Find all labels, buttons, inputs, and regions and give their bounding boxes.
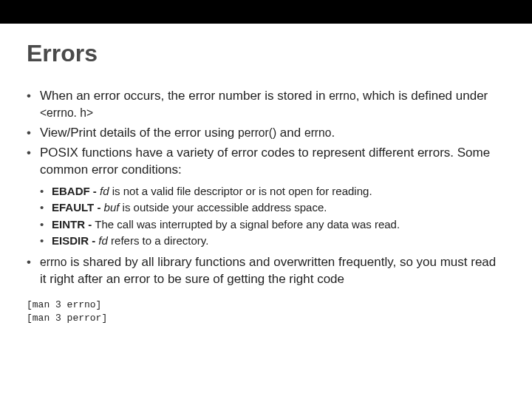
text-fragment: When an error occurs, the error number i…: [40, 89, 329, 103]
text-fragment: is outside your accessible address space…: [119, 201, 327, 214]
bullet-1: When an error occurs, the error number i…: [27, 88, 505, 122]
inline-code-errno: errno: [40, 256, 66, 268]
bullet-1-text: When an error occurs, the error number i…: [40, 89, 488, 120]
sub-bullet-list: EBADF - fd is not a valid file descripto…: [40, 183, 505, 250]
inline-code-errno: errno: [304, 126, 331, 139]
text-fragment: The call was interrupted by a signal bef…: [95, 218, 400, 231]
italic-term: fd: [98, 234, 108, 247]
slide-title: Errors: [27, 40, 505, 67]
bullet-2: View/Print details of the error using pe…: [27, 125, 505, 142]
bullet-list: When an error occurs, the error number i…: [27, 88, 505, 288]
error-code: EISDIR: [52, 234, 89, 247]
slide-body: Errors When an error occurs, the error n…: [0, 24, 532, 325]
sub-bullet-text: EISDIR - fd refers to a directory.: [52, 234, 208, 247]
inline-code-errno-h: <errno. h>: [40, 106, 93, 119]
text-fragment: is not a valid file descriptor or is not…: [109, 185, 372, 197]
sub-bullet-eisdir: EISDIR - fd refers to a directory.: [40, 233, 505, 250]
italic-term: buf: [104, 201, 120, 214]
sub-bullet-ebadf: EBADF - fd is not a valid file descripto…: [40, 183, 505, 200]
man-references: [man 3 errno] [man 3 perror]: [27, 299, 505, 325]
sub-bullet-efault: EFAULT - buf is outside your accessible …: [40, 200, 505, 216]
sub-bullet-eintr: EINTR - The call was interrupted by a si…: [40, 216, 505, 233]
separator: -: [89, 234, 98, 247]
text-fragment: and: [276, 126, 304, 140]
sub-bullet-text: EINTR - The call was interrupted by a si…: [52, 218, 400, 231]
separator: -: [85, 218, 95, 231]
error-code: EINTR: [52, 218, 85, 231]
text-fragment: .: [331, 126, 335, 140]
bullet-2-text: View/Print details of the error using pe…: [40, 126, 335, 140]
inline-code-errno: errno: [329, 89, 355, 102]
error-code: EFAULT: [52, 201, 94, 214]
separator: -: [90, 185, 100, 197]
sub-bullet-text: EBADF - fd is not a valid file descripto…: [52, 185, 372, 197]
bullet-4: errno is shared by all library functions…: [27, 254, 505, 288]
bullet-3-text: POSIX functions have a variety of error …: [40, 146, 490, 177]
man-line-errno: [man 3 errno]: [27, 299, 505, 312]
text-fragment: , which is defined under: [356, 89, 488, 103]
top-black-bar: [0, 0, 532, 24]
error-code: EBADF: [52, 185, 90, 197]
bullet-3: POSIX functions have a variety of error …: [27, 145, 505, 250]
inline-code-perror: perror(): [238, 126, 276, 139]
text-fragment: is shared by all library functions and o…: [40, 255, 496, 286]
text-fragment: refers to a directory.: [108, 234, 208, 247]
bullet-4-text: errno is shared by all library functions…: [40, 255, 496, 286]
text-fragment: View/Print details of the error using: [40, 126, 238, 140]
italic-term: fd: [100, 185, 109, 197]
sub-bullet-text: EFAULT - buf is outside your accessible …: [52, 201, 327, 214]
separator: -: [94, 201, 103, 214]
man-line-perror: [man 3 perror]: [27, 312, 505, 325]
